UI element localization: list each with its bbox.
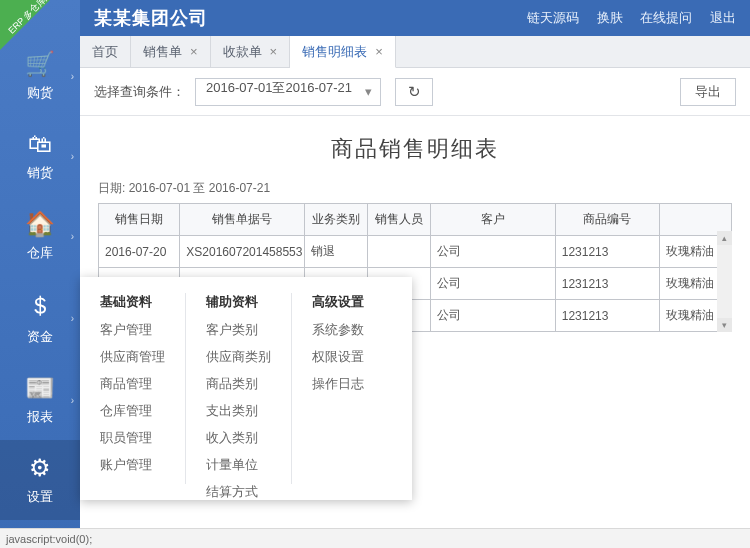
col-docno: 销售单据号 [180,204,305,236]
scroll-track[interactable] [717,245,732,318]
link-logout[interactable]: 退出 [710,10,736,25]
close-icon[interactable]: × [270,44,278,59]
popup-menu-item[interactable]: 账户管理 [100,456,165,474]
report-icon: 📰 [25,374,55,402]
table-cell: 2016-07-20 [99,236,180,268]
date-range-select[interactable]: 2016-07-01至2016-07-21 [195,78,381,106]
header-links: 链天源码 换肤 在线提问 退出 [513,9,736,27]
sidebar-item-sales[interactable]: 🛍 销货 › [0,116,80,196]
chevron-right-icon: › [71,151,74,162]
table-header-row: 销售日期 销售单据号 业务类别 销售人员 客户 商品编号 [99,204,732,236]
popup-menu-item[interactable]: 支出类别 [206,402,271,420]
popup-menu-item[interactable]: 供应商类别 [206,348,271,366]
popup-menu-item[interactable]: 客户类别 [206,321,271,339]
link-source[interactable]: 链天源码 [527,10,579,25]
link-help[interactable]: 在线提问 [640,10,692,25]
scroll-down-icon[interactable]: ▾ [717,318,732,332]
house-icon: 🏠 [25,210,55,238]
popup-menu-item[interactable]: 商品管理 [100,375,165,393]
sidebar-label: 设置 [27,488,53,506]
popup-column: 高级设置系统参数权限设置操作日志 [292,293,384,484]
popup-menu-item[interactable]: 权限设置 [312,348,364,366]
scroll-up-icon[interactable]: ▴ [717,231,732,245]
table-cell [368,236,431,268]
col-customer: 客户 [430,204,555,236]
sidebar-item-settings[interactable]: ⚙ 设置 [0,440,80,520]
popup-menu-item[interactable]: 商品类别 [206,375,271,393]
basket-icon: 🛒 [25,50,55,78]
header: 某某集团公司 链天源码 换肤 在线提问 退出 [80,0,750,36]
dollar-icon: ＄ [28,290,52,322]
sidebar-label: 销货 [27,164,53,182]
sidebar-item-finance[interactable]: ＄ 资金 › [0,276,80,360]
erp-corner-badge [0,0,50,50]
status-bar: javascript:void(0); [0,528,750,548]
popup-column-header: 高级设置 [312,293,364,311]
sidebar-label: 购货 [27,84,53,102]
report-title: 商品销售明细表 [98,134,732,164]
popup-menu-item[interactable]: 系统参数 [312,321,364,339]
popup-column-header: 基础资料 [100,293,165,311]
sidebar-item-report[interactable]: 📰 报表 › [0,360,80,440]
link-skin[interactable]: 换肤 [597,10,623,25]
popup-menu-item[interactable]: 仓库管理 [100,402,165,420]
sidebar-label: 资金 [27,328,53,346]
popup-menu-item[interactable]: 收入类别 [206,429,271,447]
filter-label: 选择查询条件： [94,83,185,101]
table-cell: 1231213 [555,300,659,332]
popup-column: 基础资料客户管理供应商管理商品管理仓库管理职员管理账户管理 [80,293,186,484]
popup-menu-item[interactable]: 职员管理 [100,429,165,447]
report-date-range: 日期: 2016-07-01 至 2016-07-21 [98,180,732,197]
tab-bar: 首页 销售单× 收款单× 销售明细表× [80,36,750,68]
sidebar-label: 仓库 [27,244,53,262]
chevron-right-icon: › [71,71,74,82]
popup-menu-item[interactable]: 结算方式 [206,483,271,501]
tab-home[interactable]: 首页 [80,36,131,67]
popup-column-header: 辅助资料 [206,293,271,311]
table-row[interactable]: 2016-07-20XS201607201458553销退公司1231213玫瑰… [99,236,732,268]
col-biztype: 业务类别 [305,204,368,236]
table-cell: 公司 [430,300,555,332]
popup-menu-item[interactable]: 操作日志 [312,375,364,393]
tab-label: 首页 [92,43,118,61]
settings-popup: 基础资料客户管理供应商管理商品管理仓库管理职员管理账户管理辅助资料客户类别供应商… [80,277,412,500]
sidebar: 🛒 购货 › 🛍 销货 › 🏠 仓库 › ＄ 资金 › 📰 报表 › ⚙ 设置 [0,0,80,548]
popup-menu-item[interactable]: 客户管理 [100,321,165,339]
tab-sales-detail[interactable]: 销售明细表× [290,36,396,68]
table-cell: 公司 [430,268,555,300]
tab-label: 销售单 [143,43,182,61]
close-icon[interactable]: × [375,44,383,59]
table-cell: 1231213 [555,268,659,300]
tab-receipt[interactable]: 收款单× [211,36,291,67]
popup-menu-item[interactable]: 供应商管理 [100,348,165,366]
refresh-icon: ↻ [408,83,421,101]
tab-label: 收款单 [223,43,262,61]
close-icon[interactable]: × [190,44,198,59]
tab-sales-order[interactable]: 销售单× [131,36,211,67]
export-button[interactable]: 导出 [680,78,736,106]
gear-icon: ⚙ [29,454,51,482]
cart-icon: 🛍 [28,130,52,158]
table-cell: 公司 [430,236,555,268]
chevron-right-icon: › [71,231,74,242]
col-date: 销售日期 [99,204,180,236]
toolbar: 选择查询条件： 2016-07-01至2016-07-21 ↻ 导出 [80,68,750,116]
table-cell: XS201607201458553 [180,236,305,268]
col-salesman: 销售人员 [368,204,431,236]
col-productcode: 商品编号 [555,204,659,236]
sidebar-label: 报表 [27,408,53,426]
popup-column: 辅助资料客户类别供应商类别商品类别支出类别收入类别计量单位结算方式 [186,293,292,484]
chevron-right-icon: › [71,395,74,406]
popup-menu-item[interactable]: 计量单位 [206,456,271,474]
sidebar-item-warehouse[interactable]: 🏠 仓库 › [0,196,80,276]
table-cell: 销退 [305,236,368,268]
app-title: 某某集团公司 [94,6,513,30]
table-cell: 1231213 [555,236,659,268]
vertical-scrollbar[interactable]: ▴ ▾ [717,231,732,332]
refresh-button[interactable]: ↻ [395,78,433,106]
tab-label: 销售明细表 [302,43,367,61]
chevron-right-icon: › [71,313,74,324]
